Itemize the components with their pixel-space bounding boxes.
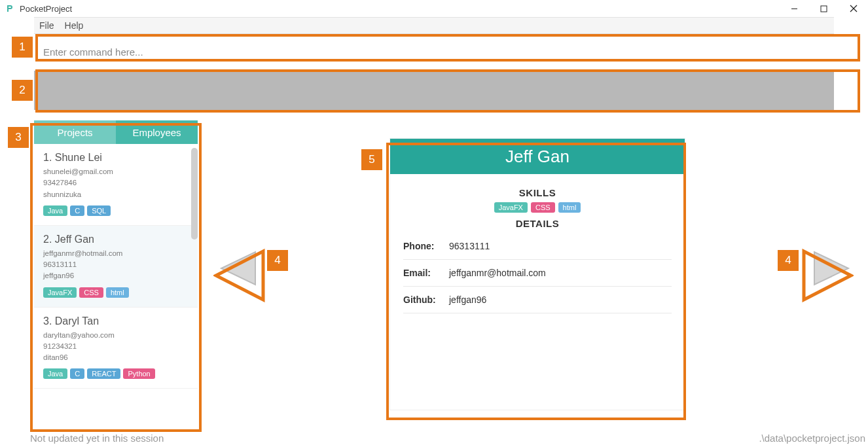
employee-detail-line: 96313111 (43, 259, 189, 270)
app-window: PocketProject File Help Projects Employe… (0, 0, 868, 445)
title-bar: PocketProject (0, 0, 868, 17)
svg-marker-4 (221, 252, 255, 285)
annotation-badge-1: 1 (12, 37, 33, 58)
tag-row: JavaFXCSShtml (43, 287, 189, 298)
employee-name: 1. Shune Lei (43, 152, 189, 164)
employee-detail-line: shunnizuka (43, 189, 189, 200)
status-left: Not updated yet in this session (30, 433, 164, 444)
skill-tag: SQL (87, 205, 111, 216)
window-controls (780, 0, 868, 17)
phone-value: 96313111 (449, 241, 490, 251)
employee-card[interactable]: 1. Shune Leishunelei@gmail.com93427846sh… (34, 144, 198, 226)
tag-row: JavaCREACTPython (43, 368, 189, 379)
command-input[interactable] (34, 39, 834, 64)
annotation-badge-4-left: 4 (267, 250, 288, 271)
employee-list[interactable]: 1. Shune Leishunelei@gmail.com93427846sh… (34, 144, 198, 425)
skill-tag: C (70, 368, 84, 379)
employee-detail-line: 91234321 (43, 341, 189, 352)
employee-detail-line: shunelei@gmail.com (43, 166, 189, 177)
svg-marker-5 (814, 252, 848, 285)
skill-tag: CSS (79, 287, 103, 298)
skill-tag: html (558, 202, 581, 213)
employee-name: 3. Daryl Tan (43, 315, 189, 327)
main-content: Projects Employees 1. Shune Leishunelei@… (34, 120, 834, 435)
employee-detail-line: daryltan@yahoo.com (43, 330, 189, 341)
employee-detail-line: jeffganmr@hotmail.com (43, 248, 189, 259)
window-title: PocketProject (20, 4, 72, 14)
scrollbar-thumb[interactable] (191, 148, 198, 240)
phone-label: Phone: (403, 241, 449, 251)
app-logo-icon (5, 3, 16, 14)
skill-tag: C (70, 205, 84, 216)
close-button[interactable] (839, 0, 868, 17)
annotation-badge-3: 3 (8, 127, 29, 148)
skill-tag: Python (123, 368, 154, 379)
nav-arrow-left[interactable] (217, 248, 258, 289)
email-label: Email: (403, 268, 449, 278)
annotation-badge-5: 5 (361, 149, 382, 170)
skill-tag: Java (43, 205, 67, 216)
skills-tag-row: JavaFXCSShtml (403, 202, 672, 213)
skill-tag: Java (43, 368, 67, 379)
github-value: jeffgan96 (449, 294, 486, 305)
detail-row-github: Github: jeffgan96 (403, 287, 672, 313)
svg-rect-1 (821, 6, 827, 12)
tag-row: JavaCSQL (43, 205, 189, 216)
menu-bar: File Help (34, 17, 834, 34)
detail-name: Jeff Gan (390, 139, 685, 174)
menu-help[interactable]: Help (65, 20, 84, 31)
tab-projects[interactable]: Projects (34, 120, 116, 144)
list-panel: Projects Employees 1. Shune Leishunelei@… (34, 120, 198, 425)
skill-tag: html (106, 287, 129, 298)
employee-detail-line: jeffgan96 (43, 270, 189, 281)
employee-card[interactable]: 3. Daryl Tandaryltan@yahoo.com91234321di… (34, 308, 198, 389)
tab-bar: Projects Employees (34, 120, 198, 144)
skill-tag: JavaFX (494, 202, 528, 213)
result-display (34, 71, 834, 110)
skill-tag: CSS (531, 202, 555, 213)
employee-card[interactable]: 2. Jeff Ganjeffganmr@hotmail.com96313111… (34, 226, 198, 308)
detail-panel: Jeff Gan SKILLS JavaFXCSShtml DETAILS Ph… (390, 139, 685, 410)
github-label: Github: (403, 294, 449, 305)
detail-row-phone: Phone: 96313111 (403, 233, 672, 260)
detail-row-email: Email: jeffganmr@hotmail.com (403, 260, 672, 287)
email-value: jeffganmr@hotmail.com (449, 268, 546, 278)
minimize-button[interactable] (780, 0, 809, 17)
employee-detail-line: ditan96 (43, 352, 189, 363)
maximize-button[interactable] (809, 0, 839, 17)
skill-tag: REACT (87, 368, 120, 379)
skill-tag: JavaFX (43, 287, 77, 298)
employee-name: 2. Jeff Gan (43, 234, 189, 245)
skills-heading: SKILLS (403, 187, 672, 198)
nav-arrow-right[interactable] (812, 248, 852, 289)
annotation-badge-4-right: 4 (778, 250, 799, 271)
menu-file[interactable]: File (39, 20, 54, 31)
annotation-badge-2: 2 (12, 80, 33, 101)
status-bar: Not updated yet in this session .\data\p… (27, 431, 868, 445)
employee-detail-line: 93427846 (43, 177, 189, 188)
status-right: .\data\pocketproject.json (759, 433, 865, 444)
tab-employees[interactable]: Employees (116, 120, 198, 144)
details-heading: DETAILS (403, 218, 672, 229)
